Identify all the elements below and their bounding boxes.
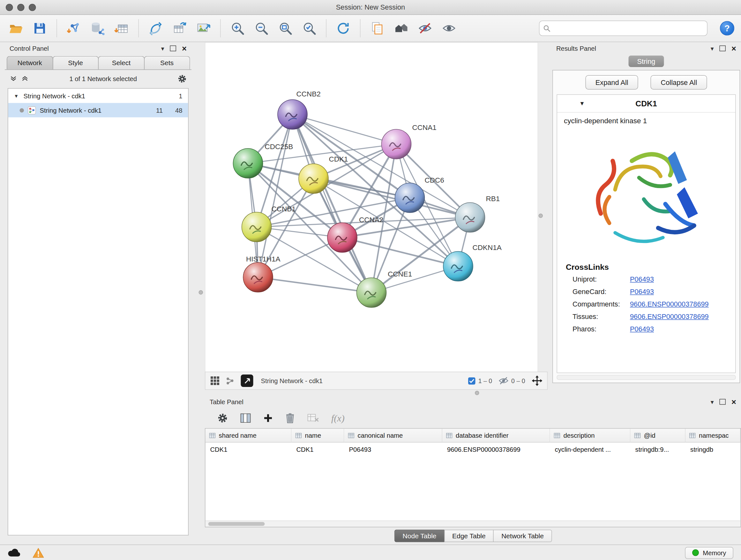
table-cell[interactable]: 9606.ENSP00000378699 [442,442,550,456]
vertical-splitter-handle[interactable] [539,213,543,218]
open-session-button[interactable] [7,19,25,38]
close-window-button[interactable] [6,3,13,11]
column-header-database-identifier[interactable]: database identifier [442,429,550,443]
home-button[interactable] [392,19,410,38]
table-settings-button[interactable] [217,413,228,423]
panel-menu-icon[interactable]: ▾ [161,45,164,52]
minimize-window-button[interactable] [17,3,24,11]
expand-all-icon[interactable] [10,75,17,82]
network-node-CCNE1[interactable] [357,278,387,307]
table-cell[interactable]: P06493 [344,442,443,456]
column-header-name[interactable]: name [292,429,344,443]
table-cell[interactable]: cyclin-dependent ... [550,442,630,456]
network-node-HIST1H1A[interactable] [243,262,273,292]
network-node-CCNB1[interactable] [242,212,272,242]
create-column-button[interactable] [263,414,273,423]
zoom-selected-button[interactable] [300,19,319,38]
panel-float-icon[interactable] [170,46,177,51]
tab-edge-table[interactable]: Edge Table [444,530,494,542]
pan-tool-button[interactable] [532,375,542,386]
tab-node-table[interactable]: Node Table [394,530,445,542]
network-edge[interactable] [293,115,372,293]
results-horizontal-scrollbar[interactable] [557,375,736,380]
copy-button[interactable] [368,19,387,38]
panel-float-icon[interactable] [720,399,726,405]
column-header-shared-name[interactable]: shared name [205,429,292,443]
network-edge[interactable] [258,277,372,293]
section-collapse-icon[interactable]: ▼ [579,100,585,107]
network-node-CDKN1A[interactable] [443,252,473,281]
network-node-CDK1[interactable] [299,164,328,193]
save-session-button[interactable] [30,19,49,38]
search-box[interactable] [539,21,708,36]
panel-close-icon[interactable]: × [731,44,736,53]
help-button[interactable]: ? [720,21,734,36]
horizontal-splitter-handle[interactable] [475,391,479,395]
column-header-id[interactable]: @id [630,429,686,443]
column-header-description[interactable]: description [550,429,630,443]
show-graphics-details-button[interactable] [440,19,458,38]
network-overview-button[interactable] [226,376,235,386]
network-collection-row[interactable]: ▼ String Network - cdk1 1 [8,89,188,103]
delete-table-button[interactable] [307,414,319,422]
network-node-CCNA1[interactable] [382,129,411,159]
crosslink-link[interactable]: 9606.ENSP00000378699 [630,313,709,320]
show-columns-button[interactable] [240,414,251,423]
search-input[interactable] [553,24,703,33]
network-node-CDC25B[interactable] [233,148,263,178]
network-options-gear-icon[interactable] [178,74,187,83]
zoom-fit-button[interactable] [276,19,294,38]
collapse-all-icon[interactable] [21,75,29,82]
column-header-canonical-name[interactable]: canonical name [344,429,443,443]
warnings-button[interactable] [32,548,44,558]
crosslink-link[interactable]: 9606.ENSP00000378699 [630,300,709,308]
network-node-RB1[interactable] [455,203,485,233]
zoom-in-button[interactable] [228,19,247,38]
expand-all-button[interactable]: Expand All [585,75,638,90]
table-cell[interactable]: CDK1 [292,442,344,456]
new-network-button[interactable] [146,19,165,38]
panel-menu-icon[interactable]: ▾ [711,398,714,406]
network-edge[interactable] [258,115,293,277]
selected-checkbox-icon[interactable] [468,377,475,384]
zoom-window-button[interactable] [29,3,36,11]
birds-eye-view-button[interactable] [241,374,253,387]
table-cell[interactable]: CDK1 [205,442,292,456]
cloud-status-button[interactable] [8,549,20,557]
tab-network-table[interactable]: Network Table [493,530,552,542]
tab-string[interactable]: String [629,56,664,67]
delete-column-button[interactable] [285,413,295,423]
tab-select[interactable]: Select [98,56,145,70]
collapse-all-button[interactable]: Collapse All [651,75,707,90]
refresh-view-button[interactable] [334,19,352,38]
gene-section-header[interactable]: ▼ CDK1 [557,95,735,113]
tab-network[interactable]: Network [7,56,53,70]
grid-view-button[interactable] [210,376,220,386]
memory-button[interactable]: Memory [685,547,733,559]
scrollbar-thumb[interactable] [208,522,265,526]
tab-sets[interactable]: Sets [144,56,190,70]
import-network-file-button[interactable] [65,19,83,38]
crosslink-link[interactable]: P06493 [630,288,654,296]
import-network-database-button[interactable] [89,19,107,38]
panel-float-icon[interactable] [720,46,726,51]
zoom-out-button[interactable] [253,19,271,38]
panel-close-icon[interactable]: × [182,44,187,53]
table-row[interactable]: CDK1 CDK1 P06493 9606.ENSP00000378699 cy… [205,442,741,456]
vertical-splitter-handle[interactable] [199,290,203,295]
network-node-CDC6[interactable] [395,183,425,212]
collapse-triangle-icon[interactable]: ▼ [14,93,20,99]
table-cell[interactable]: stringdb [685,442,741,456]
export-image-button[interactable] [194,19,212,38]
network-view[interactable]: CCNB2CCNA1CDC25BCDK1CDC6RB1CCNB1CCNA2CDK… [205,42,538,373]
import-table-button[interactable] [113,19,131,38]
network-canvas[interactable]: CCNB2CCNA1CDC25BCDK1CDC6RB1CCNB1CCNA2CDK… [205,43,538,372]
panel-close-icon[interactable]: × [731,398,736,406]
crosslink-link[interactable]: P06493 [630,325,654,333]
hide-graphics-details-button[interactable] [416,19,434,38]
tab-style[interactable]: Style [52,56,98,70]
function-builder-button[interactable]: f(x) [331,413,345,424]
clone-network-button[interactable] [171,19,189,38]
table-cell[interactable]: stringdb:9... [630,442,686,456]
network-row[interactable]: String Network - cdk1 11 48 [8,103,188,118]
